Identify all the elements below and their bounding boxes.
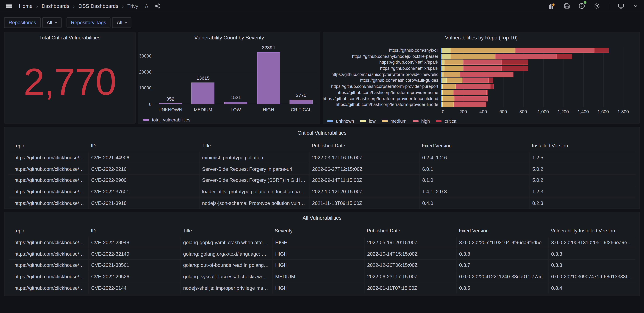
column-header-id[interactable]: ID [88, 140, 199, 151]
x-axis-tick-label: 400 [480, 109, 487, 114]
add-panel-icon[interactable] [548, 3, 555, 9]
legend-item-low[interactable]: low [360, 119, 376, 123]
table-cell: golang: syscall: faccessat checks wron..… [180, 271, 272, 282]
stacked-bar[interactable] [441, 53, 634, 59]
table-cell: 2022-03-17T16:15:00Z [309, 152, 419, 163]
table-cell: 2022-12-26T06:15:00Z [364, 260, 456, 271]
breadcrumb-oss-dashboards[interactable]: OSS Dashboards [78, 3, 118, 9]
panel-title: Vulnerabilities by Repo (Top 10) [323, 32, 640, 43]
stat-value: 2,770 [4, 44, 135, 119]
table-cell: MEDIUM [272, 271, 364, 282]
bar-segment-critical [487, 90, 488, 95]
repository-tags-filter: Repository Tags All ▾ [66, 17, 132, 28]
stacked-bar[interactable] [441, 66, 634, 71]
stacked-bar[interactable] [441, 96, 634, 101]
repository-tags-filter-label[interactable]: Repository Tags [66, 17, 111, 28]
save-icon[interactable] [564, 3, 570, 9]
table-cell: CVE-2022-28948 [88, 237, 180, 248]
column-header-fixed-version[interactable]: Fixed Version [456, 225, 548, 236]
stacked-bar[interactable] [441, 72, 634, 77]
legend-item-total-vulnerabilities[interactable]: total_vulnerabilities [144, 117, 318, 122]
table-cell: https://github.com/clickhouse/a... [9, 248, 88, 260]
repositories-filter-value[interactable]: All ▾ [42, 17, 61, 28]
table-cell: golang: out-of-bounds read in golang.o..… [180, 260, 272, 271]
stacked-bar[interactable] [441, 60, 634, 65]
column-header-repo[interactable]: repo [9, 225, 88, 236]
chevron-down-icon[interactable] [633, 3, 638, 9]
legend-label: critical [445, 119, 457, 123]
critical-vulnerabilities-table: repoIDTitlePublished DateFixed VersionIn… [9, 140, 635, 209]
bar-segment-critical [594, 48, 609, 53]
legend-item-unknown[interactable]: unknown [327, 119, 354, 123]
column-header-published-date[interactable]: Published Date [364, 225, 456, 236]
column-header-fixed-version[interactable]: Fixed Version [419, 140, 530, 151]
bar-medium[interactable] [192, 82, 214, 104]
stacked-bar[interactable] [441, 48, 634, 53]
column-header-title[interactable]: Title [199, 140, 309, 151]
star-icon[interactable]: ☆ [144, 3, 149, 9]
menu-icon[interactable] [6, 3, 12, 8]
column-header-title[interactable]: Title [180, 225, 272, 236]
legend-item-critical[interactable]: critical [436, 119, 457, 123]
repo-chart-rows: https://github.com/snyk/clihttps://githu… [323, 48, 634, 107]
repository-tags-filter-value[interactable]: All ▾ [112, 17, 132, 28]
bar-segment-critical [557, 53, 572, 59]
y-axis-tick-label: 0 [149, 102, 152, 106]
repositories-filter-label[interactable]: Repositories [4, 17, 40, 28]
table-cell: 5.0.2 [530, 163, 635, 174]
stacked-bar[interactable] [441, 102, 634, 107]
table-cell: CVE-2022-2900 [88, 174, 199, 186]
stacked-bar[interactable] [441, 90, 634, 95]
table-cell: 0.3.8 [456, 248, 548, 260]
settings-icon[interactable] [594, 3, 600, 9]
legend-item-medium[interactable]: medium [382, 119, 406, 123]
bar-low[interactable] [224, 102, 247, 104]
bar-segment-critical [490, 84, 494, 89]
bar-segment-low [442, 78, 447, 83]
table-cell: Server-Side Request Forgery (SSRF) in Gi… [199, 174, 309, 186]
bar-high[interactable] [257, 52, 280, 104]
breadcrumb-separator: › [122, 3, 124, 9]
legend-item-high[interactable]: high [412, 119, 430, 123]
column-header-severity[interactable]: Severity [272, 225, 364, 236]
chevron-down-icon: ▾ [55, 20, 57, 25]
bar-segment-high [462, 78, 489, 83]
nav-actions [548, 3, 638, 9]
legend-label: unknown [336, 119, 354, 123]
repo-label: https://github.com/hashicorp/terraform-p… [323, 84, 441, 89]
column-header-installed-version[interactable]: Installed Version [530, 140, 635, 151]
table-cell: https://github.com/clickhouse/a... [9, 197, 88, 209]
bar-segment-medium [443, 102, 454, 107]
bar-segment-high [516, 48, 594, 53]
repo-label: https://github.com/hashicorp/terraform-p… [323, 90, 441, 95]
all-vulnerabilities-table: repoIDTitleSeverityPublished DateFixed V… [9, 225, 635, 294]
table-cell: CVE-2022-32149 [88, 248, 180, 260]
kiosk-mode-icon[interactable] [618, 3, 624, 9]
repo-label: https://github.com/netflix/spark [323, 66, 441, 71]
stacked-bar[interactable] [441, 84, 634, 89]
table-cell: 2022-01-11T07:15:00Z [364, 282, 456, 294]
repo-label: https://github.com/hashicorp/terraform-p… [323, 96, 441, 101]
column-header-repo[interactable]: repo [9, 140, 88, 151]
table-cell: 2022-05-19T20:15:00Z [364, 237, 456, 248]
column-header-published-date[interactable]: Published Date [309, 140, 419, 151]
table-cell: https://github.com/clickhouse/a... [9, 186, 88, 197]
repo-bar-row: https://github.com/snyk/cli [323, 48, 634, 53]
severity-chart: 0100002000030000352136151521323942770 UN… [138, 48, 318, 122]
column-header-vulnerability-installed-version[interactable]: Vulnerability Installed Version [548, 225, 635, 236]
column-header-id[interactable]: ID [88, 225, 180, 236]
panel-severity-chart: Vulnerability Count by Severity 01000020… [138, 31, 320, 123]
bar-slots: 352136151521323942770 [154, 48, 318, 104]
bar-unknown[interactable] [159, 103, 182, 104]
breadcrumb-dashboards[interactable]: Dashboards [42, 3, 69, 9]
stacked-bar[interactable] [441, 78, 634, 83]
bar-slot: 2770 [285, 48, 318, 104]
panel-all-vulnerabilities: All Vulnerabilities repoIDTitleSeverityP… [4, 212, 640, 296]
bar-critical[interactable] [290, 100, 312, 104]
breadcrumb-home[interactable]: Home [19, 3, 32, 9]
bar-value-label: 13615 [196, 75, 210, 80]
share-icon[interactable] [155, 3, 160, 9]
info-icon[interactable] [579, 3, 585, 9]
table-cell: 0.4.0 [419, 197, 530, 209]
x-axis-tick-label: 1,400 [578, 109, 589, 114]
